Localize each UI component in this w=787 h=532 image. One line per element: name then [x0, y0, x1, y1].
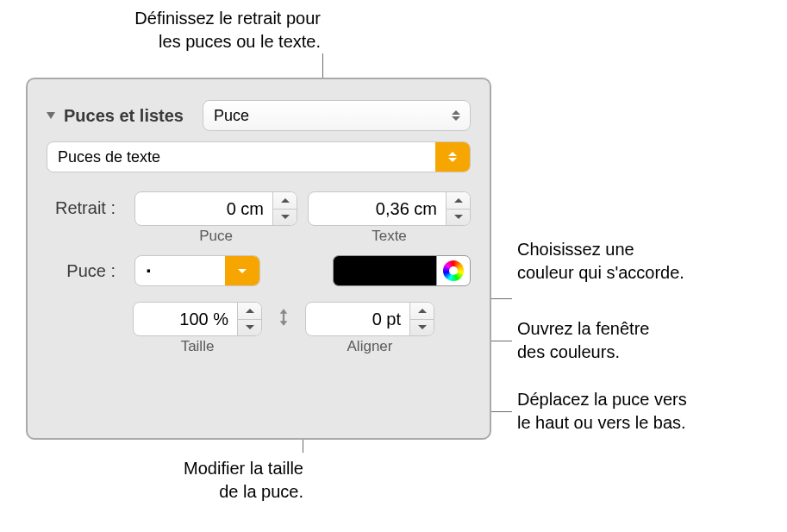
callout-matching-color: Choisissez une couleur qui s'accorde.	[517, 238, 684, 285]
size-value: 100 %	[134, 310, 237, 329]
indent-bullet-stepper[interactable]: 0 cm	[134, 191, 297, 226]
size-stepper[interactable]: 100 %	[133, 302, 262, 336]
callout-matching-color-text: Choisissez une couleur qui s'accorde.	[517, 240, 684, 282]
stepper-buttons-icon[interactable]	[237, 303, 261, 335]
stepper-buttons-icon[interactable]	[409, 303, 434, 335]
callout-align-updown-text: Déplacez la puce vers le haut ou vers le…	[517, 390, 687, 432]
bullet-type-popup-value: Puces de texte	[47, 148, 435, 166]
bullet-type-popup[interactable]: Puces de texte	[47, 141, 471, 172]
list-style-popup-value: Puce	[214, 107, 249, 125]
list-style-popup[interactable]: Puce	[203, 100, 471, 131]
bullet-label: Puce :	[47, 261, 116, 281]
indent-bullet-value: 0 cm	[135, 199, 272, 219]
indent-label: Retrait :	[47, 191, 116, 218]
color-wheel-icon	[443, 260, 464, 281]
align-stepper[interactable]: 0 pt	[305, 302, 434, 336]
stepper-buttons-icon[interactable]	[272, 192, 297, 225]
updown-arrows-icon	[449, 110, 463, 121]
chevron-updown-icon	[435, 142, 470, 172]
callout-colors-window-text: Ouvrez la fenêtre des couleurs.	[517, 319, 649, 361]
size-sublabel: Taille	[133, 338, 262, 355]
section-title: Puces et listes	[64, 106, 184, 126]
indent-text-stepper[interactable]: 0,36 cm	[308, 191, 471, 226]
callout-size-text: Modifier la taille de la puce.	[184, 459, 303, 501]
callout-colors-window: Ouvrez la fenêtre des couleurs.	[517, 317, 649, 364]
indent-text-value: 0,36 cm	[309, 199, 446, 219]
callout-size: Modifier la taille de la puce.	[118, 457, 303, 504]
disclosure-triangle-icon[interactable]	[47, 112, 55, 119]
color-picker-button[interactable]	[436, 255, 471, 286]
color-well[interactable]	[333, 255, 436, 286]
callout-indent-text: Définissez le retrait pour les puces ou …	[134, 9, 321, 51]
align-sublabel: Aligner	[305, 338, 434, 355]
stepper-buttons-icon[interactable]	[446, 192, 470, 225]
bullet-char-popup[interactable]: ·	[134, 255, 260, 286]
callout-indent: Définissez le retrait pour les puces ou …	[71, 7, 321, 53]
chevron-down-icon	[225, 256, 259, 285]
bullets-lists-panel: Puces et listes Puce Puces de texte Retr…	[26, 78, 491, 440]
indent-text-sublabel: Texte	[308, 228, 471, 245]
callout-align-updown: Déplacez la puce vers le haut ou vers le…	[517, 388, 687, 435]
indent-bullet-sublabel: Puce	[134, 228, 297, 245]
align-value: 0 pt	[306, 310, 409, 329]
vertical-align-icon	[271, 302, 297, 333]
